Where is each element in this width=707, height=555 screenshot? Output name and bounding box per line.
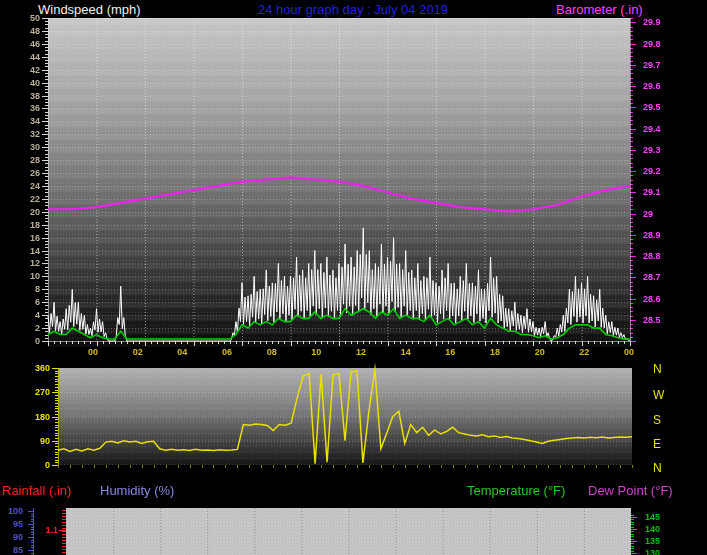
compass-letter: S bbox=[653, 413, 661, 427]
hour-tick-label: 08 bbox=[267, 347, 281, 357]
windspeed-tick-label: 26 bbox=[8, 168, 40, 178]
rainfall-axis-title: Rainfall (.in) bbox=[2, 483, 71, 498]
windspeed-tick-label: 42 bbox=[8, 65, 40, 75]
compass-letter: W bbox=[653, 388, 664, 402]
hour-tick-label: 22 bbox=[579, 347, 593, 357]
windspeed-tick-label: 40 bbox=[8, 78, 40, 88]
humidity-tick-label: 85 bbox=[5, 545, 23, 555]
hour-tick-label: 20 bbox=[535, 347, 549, 357]
humidity-axis-title: Humidity (%) bbox=[100, 483, 174, 498]
windspeed-tick-label: 16 bbox=[8, 233, 40, 243]
barometer-tick-label: 29.5 bbox=[643, 102, 661, 112]
hour-tick-label: 00 bbox=[624, 347, 638, 357]
temperature-tick-label: 140 bbox=[645, 524, 660, 534]
direction-tick-label: 180 bbox=[26, 412, 50, 422]
windspeed-tick-label: 8 bbox=[8, 284, 40, 294]
barometer-tick-label: 29.4 bbox=[643, 124, 661, 134]
windspeed-tick-label: 38 bbox=[8, 91, 40, 101]
rainfall-humidity-temperature-chart bbox=[26, 503, 644, 555]
humidity-tick-label: 95 bbox=[5, 519, 23, 529]
barometer-tick-label: 28.6 bbox=[643, 294, 661, 304]
barometer-tick-label: 29.9 bbox=[643, 17, 661, 27]
dewpoint-axis-title: Dew Point (°F) bbox=[588, 483, 673, 498]
compass-letter: N bbox=[653, 362, 662, 376]
windspeed-tick-label: 24 bbox=[8, 181, 40, 191]
windspeed-tick-label: 48 bbox=[8, 26, 40, 36]
temperature-tick-label: 130 bbox=[645, 548, 660, 555]
hour-tick-label: 14 bbox=[401, 347, 415, 357]
rainfall-tick-label: 1.1 bbox=[38, 525, 58, 535]
windspeed-tick-label: 32 bbox=[8, 129, 40, 139]
windspeed-tick-label: 30 bbox=[8, 142, 40, 152]
windspeed-tick-label: 14 bbox=[8, 246, 40, 256]
windspeed-tick-label: 44 bbox=[8, 52, 40, 62]
compass-letter: N bbox=[653, 461, 662, 475]
wind-direction-chart bbox=[46, 360, 646, 478]
windspeed-tick-label: 50 bbox=[8, 13, 40, 23]
barometer-tick-label: 29.3 bbox=[643, 145, 661, 155]
barometer-tick-label: 28.5 bbox=[643, 315, 661, 325]
humidity-tick-label: 90 bbox=[5, 532, 23, 542]
hour-tick-label: 06 bbox=[222, 347, 236, 357]
windspeed-tick-label: 22 bbox=[8, 194, 40, 204]
hour-tick-label: 02 bbox=[133, 347, 147, 357]
hour-tick-label: 12 bbox=[356, 347, 370, 357]
direction-tick-label: 0 bbox=[26, 460, 50, 470]
windspeed-tick-label: 18 bbox=[8, 220, 40, 230]
barometer-tick-label: 29 bbox=[643, 209, 653, 219]
temperature-tick-label: 135 bbox=[645, 536, 660, 546]
windspeed-tick-label: 34 bbox=[8, 116, 40, 126]
barometer-tick-label: 29.6 bbox=[643, 81, 661, 91]
barometer-tick-label: 29.7 bbox=[643, 60, 661, 70]
temperature-axis-title: Temperature (°F) bbox=[467, 483, 565, 498]
humidity-tick-label: 100 bbox=[5, 506, 23, 516]
hour-tick-label: 04 bbox=[177, 347, 191, 357]
windspeed-tick-label: 36 bbox=[8, 103, 40, 113]
windspeed-tick-label: 0 bbox=[8, 336, 40, 346]
barometer-tick-label: 29.1 bbox=[643, 187, 661, 197]
windspeed-tick-label: 10 bbox=[8, 271, 40, 281]
direction-tick-label: 90 bbox=[26, 436, 50, 446]
direction-tick-label: 270 bbox=[26, 387, 50, 397]
barometer-tick-label: 29.8 bbox=[643, 39, 661, 49]
hour-tick-label: 00 bbox=[88, 347, 102, 357]
barometer-tick-label: 28.9 bbox=[643, 230, 661, 240]
hour-tick-label: 16 bbox=[445, 347, 459, 357]
compass-letter: E bbox=[653, 437, 661, 451]
temperature-tick-label: 145 bbox=[645, 512, 660, 522]
barometer-tick-label: 29.2 bbox=[643, 166, 661, 176]
windspeed-tick-label: 6 bbox=[8, 297, 40, 307]
direction-tick-label: 360 bbox=[26, 363, 50, 373]
hour-tick-label: 18 bbox=[490, 347, 504, 357]
barometer-tick-label: 28.7 bbox=[643, 272, 661, 282]
hour-tick-label: 10 bbox=[311, 347, 325, 357]
windspeed-tick-label: 4 bbox=[8, 310, 40, 320]
windspeed-tick-label: 12 bbox=[8, 258, 40, 268]
weather-graph-window: { "header": { "windspeed_label": "Windsp… bbox=[0, 0, 707, 555]
windspeed-tick-label: 20 bbox=[8, 207, 40, 217]
windspeed-tick-label: 46 bbox=[8, 39, 40, 49]
windspeed-tick-label: 28 bbox=[8, 155, 40, 165]
barometer-tick-label: 28.8 bbox=[643, 251, 661, 261]
windspeed-tick-label: 2 bbox=[8, 323, 40, 333]
windspeed-barometer-chart bbox=[36, 12, 648, 354]
